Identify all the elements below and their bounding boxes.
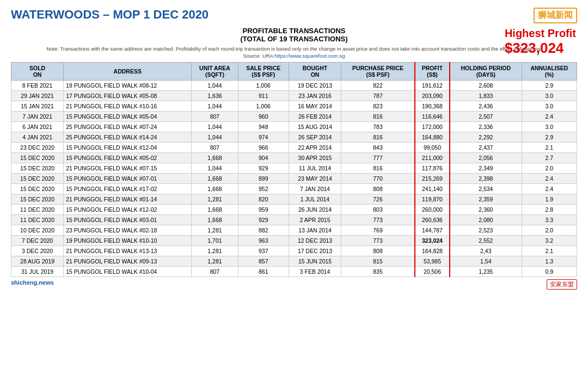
cell-profit: 119,870 bbox=[415, 194, 450, 204]
cell-address: 19 PUNGGOL FIELD WALK #08-12 bbox=[64, 80, 192, 90]
table-row: 7 DEC 202019 PUNGGOL FIELD WALK #10-101,… bbox=[11, 235, 577, 245]
cell-unit_area: 1,281 bbox=[192, 245, 238, 256]
cell-holding_period: 2,507 bbox=[450, 111, 522, 121]
cell-sold_on: 7 JAN 2021 bbox=[11, 111, 64, 121]
cell-annualised: 2.9 bbox=[522, 80, 577, 90]
cell-profit: 260,636 bbox=[415, 214, 450, 225]
cell-sale_price: 899 bbox=[238, 173, 289, 183]
cell-purchase_price: 773 bbox=[341, 235, 415, 245]
cell-address: 15 PUNGGOL FIELD WALK #10-04 bbox=[64, 266, 192, 277]
table-row: 15 DEC 202015 PUNGGOL FIELD WALK #17-021… bbox=[11, 183, 577, 194]
cell-holding_period: 2,349 bbox=[450, 163, 522, 173]
table-row: 15 DEC 202015 PUNGGOL FIELD WALK #05-021… bbox=[11, 152, 577, 163]
source-link[interactable]: https://www.squarefoot.com.sg bbox=[274, 53, 345, 59]
cell-holding_period: 2,292 bbox=[450, 132, 522, 142]
cell-holding_period: 2,523 bbox=[450, 225, 522, 235]
subtitle-line1: PROFITABLE TRANSACTIONS bbox=[11, 27, 577, 35]
cell-address: 21 PUNGGOL FIELD WALK #13-13 bbox=[64, 245, 192, 256]
cell-profit: 211,000 bbox=[415, 152, 450, 163]
col-purchase-price: PURCHASE PRICE(S$ PSF) bbox=[341, 62, 415, 80]
cell-sale_price: 966 bbox=[238, 142, 289, 152]
cell-sold_on: 8 FEB 2021 bbox=[11, 80, 64, 90]
cell-address: 15 PUNGGOL FIELD WALK #12-02 bbox=[64, 204, 192, 214]
cell-unit_area: 1,668 bbox=[192, 173, 238, 183]
cell-address: 15 PUNGGOL FIELD WALK #07-01 bbox=[64, 173, 192, 183]
cell-sold_on: 4 JAN 2021 bbox=[11, 132, 64, 142]
main-title: WATERWOODS – MOP 1 DEC 2020 bbox=[11, 8, 209, 22]
cell-sale_price: 952 bbox=[238, 183, 289, 194]
cell-profit: 20,506 bbox=[415, 266, 450, 277]
cell-purchase_price: 777 bbox=[341, 152, 415, 163]
cell-bought_on: 17 DEC 2013 bbox=[289, 245, 341, 256]
cell-address: 21 PUNGGOL FIELD WALK #01-14 bbox=[64, 194, 192, 204]
col-profit: PROFIT(S$) bbox=[415, 62, 450, 80]
cell-sale_price: 1,006 bbox=[238, 80, 289, 90]
table-row: 3 DEC 202021 PUNGGOL FIELD WALK #13-131,… bbox=[11, 245, 577, 256]
col-sale-price: SALE PRICE(S$ PSF) bbox=[238, 62, 289, 80]
cell-sold_on: 23 DEC 2020 bbox=[11, 142, 64, 152]
cell-profit: 260,000 bbox=[415, 204, 450, 214]
cell-address: 23 PUNGGOL FIELD WALK #02-18 bbox=[64, 225, 192, 235]
cell-sold_on: 29 JAN 2021 bbox=[11, 90, 64, 101]
top-bar: WATERWOODS – MOP 1 DEC 2020 狮城新闻 bbox=[11, 8, 577, 23]
cell-purchase_price: 808 bbox=[341, 183, 415, 194]
cell-bought_on: 12 DEC 2013 bbox=[289, 235, 341, 245]
cell-bought_on: 7 JAN 2014 bbox=[289, 183, 341, 194]
cell-unit_area: 1,701 bbox=[192, 235, 238, 245]
table-row: 31 JUL 201915 PUNGGOL FIELD WALK #10-048… bbox=[11, 266, 577, 277]
cell-annualised: 2.0 bbox=[522, 163, 577, 173]
table-row: 15 DEC 202015 PUNGGOL FIELD WALK #07-011… bbox=[11, 173, 577, 183]
cell-annualised: 1.3 bbox=[522, 256, 577, 266]
cell-bought_on: 2 APR 2015 bbox=[289, 214, 341, 225]
cell-unit_area: 1,668 bbox=[192, 183, 238, 194]
cell-holding_period: 2,​43 bbox=[450, 245, 522, 256]
cell-sale_price: 861 bbox=[238, 266, 289, 277]
table-row: 29 JAN 202117 PUNGGOL FIELD WALK #05-081… bbox=[11, 90, 577, 101]
table-row: 23 DEC 202015 PUNGGOL FIELD WALK #12-048… bbox=[11, 142, 577, 152]
cell-profit: 203,090 bbox=[415, 90, 450, 101]
cell-bought_on: 23 JAN 2016 bbox=[289, 90, 341, 101]
cell-holding_period: 2,437 bbox=[450, 142, 522, 152]
cell-annualised: 2.7 bbox=[522, 152, 577, 163]
cell-holding_period: 1,235 bbox=[450, 266, 522, 277]
cell-sale_price: 904 bbox=[238, 152, 289, 163]
cell-profit: 323,024 bbox=[415, 235, 450, 245]
cell-profit: 164,880 bbox=[415, 132, 450, 142]
cell-holding_period: 2,552 bbox=[450, 235, 522, 245]
cell-holding_period: 2,080 bbox=[450, 214, 522, 225]
cell-purchase_price: 808 bbox=[341, 245, 415, 256]
cell-unit_area: 807 bbox=[192, 111, 238, 121]
cell-sale_price: 929 bbox=[238, 163, 289, 173]
cell-sale_price: 948 bbox=[238, 121, 289, 132]
cell-holding_period: 1,833 bbox=[450, 90, 522, 101]
cell-unit_area: 1,044 bbox=[192, 121, 238, 132]
cell-holding_period: 2,608 bbox=[450, 80, 522, 90]
cell-bought_on: 3 FEB 2014 bbox=[289, 266, 341, 277]
cell-profit: 117,876 bbox=[415, 163, 450, 173]
cell-bought_on: 26 FEB 2014 bbox=[289, 111, 341, 121]
col-unit-area: UNIT AREA(SQFT) bbox=[192, 62, 238, 80]
note-text: Note: Transactions with the same address… bbox=[11, 45, 577, 60]
cell-address: 15 PUNGGOL FIELD WALK #03-01 bbox=[64, 214, 192, 225]
highest-profit-label: Highest Profit bbox=[505, 27, 576, 40]
cell-bought_on: 26 JUN 2014 bbox=[289, 204, 341, 214]
cell-annualised: 2.0 bbox=[522, 225, 577, 235]
cell-profit: 99,050 bbox=[415, 142, 450, 152]
cell-bought_on: 26 SEP 2014 bbox=[289, 132, 341, 142]
cell-purchase_price: 769 bbox=[341, 225, 415, 235]
cell-address: 15 PUNGGOL FIELD WALK #05-02 bbox=[64, 152, 192, 163]
cell-purchase_price: 770 bbox=[341, 173, 415, 183]
cell-profit: 172,000 bbox=[415, 121, 450, 132]
cell-sale_price: 937 bbox=[238, 245, 289, 256]
highest-profit-value: $323,024 bbox=[505, 40, 576, 57]
cell-bought_on: 19 DEC 2013 bbox=[289, 80, 341, 90]
cell-unit_area: 1,668 bbox=[192, 204, 238, 214]
cell-sold_on: 15 DEC 2020 bbox=[11, 194, 64, 204]
col-holding-period: HOLDING PERIOD(DAYS) bbox=[450, 62, 522, 80]
cell-annualised: 3.0 bbox=[522, 90, 577, 101]
cell-annualised: 2.4 bbox=[522, 183, 577, 194]
col-bought-on: BOUGHTON bbox=[289, 62, 341, 80]
cell-bought_on: 13 JAN 2014 bbox=[289, 225, 341, 235]
table-body: 8 FEB 202119 PUNGGOL FIELD WALK #08-121,… bbox=[11, 80, 577, 277]
cell-holding_period: 2,359 bbox=[450, 194, 522, 204]
